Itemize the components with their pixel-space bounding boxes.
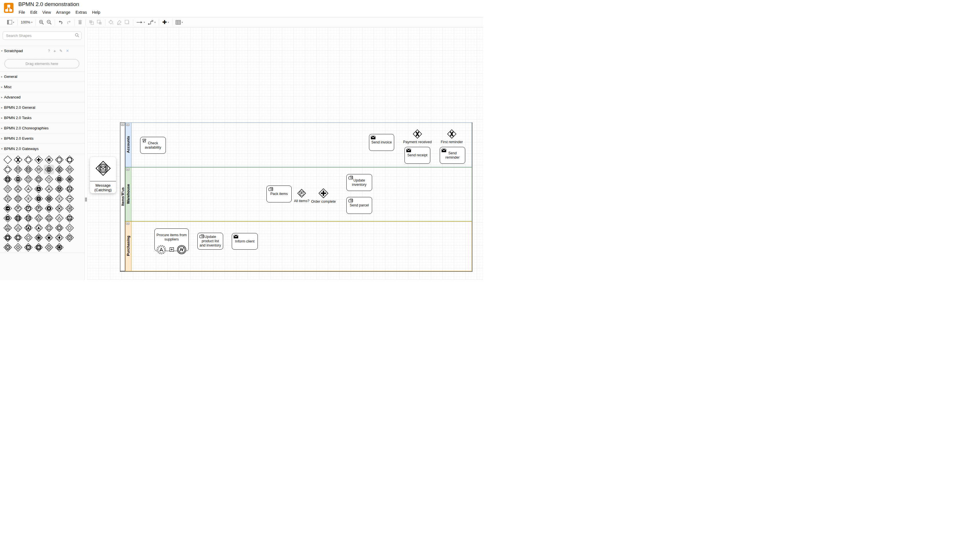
palette-shape-multiple-thick[interactable] — [13, 233, 23, 242]
menu-help[interactable]: Help — [89, 9, 103, 15]
gateway-order-complete[interactable] — [318, 188, 329, 200]
sidebar-section-general[interactable]: ▸General — [0, 72, 84, 82]
palette-shape-escalation-catching[interactable] — [13, 184, 23, 194]
palette-shape-inclusive-gateway[interactable] — [23, 155, 33, 165]
sidebar-section-bpmn-2-0-general[interactable]: ▸BPMN 2.0 General — [0, 103, 84, 113]
palette-shape-compensation-double[interactable] — [13, 213, 23, 223]
palette-shape-compensation-catching[interactable] — [64, 203, 75, 213]
palette-shape-cancel-catching[interactable] — [54, 203, 64, 213]
lane-collapse-button[interactable] — [126, 123, 130, 126]
palette-shape-gateway[interactable] — [3, 155, 13, 165]
scratchpad-close-icon[interactable]: ✕ — [66, 49, 69, 53]
scratchpad-header[interactable]: ▾ Scratchpad ? + ✎ ✕ — [0, 46, 84, 56]
palette-shape-conditional-dashed[interactable] — [54, 194, 64, 203]
palette-shape-signal-underline[interactable] — [3, 223, 13, 233]
sidebar-section-misc[interactable]: ▸Misc — [0, 82, 84, 92]
view-toggle-button[interactable]: ▾ — [7, 20, 14, 25]
palette-shape-timer-filled-ring[interactable] — [64, 174, 75, 184]
palette-shape-error-double[interactable] — [33, 203, 44, 213]
zoom-in-button[interactable] — [39, 20, 44, 25]
table-button[interactable]: ▾ — [176, 20, 183, 25]
palette-shape-error-catching[interactable] — [13, 203, 23, 213]
diagram-canvas[interactable]: AccountsWarehousePurchasingItems'R'usChe… — [87, 28, 483, 280]
sidebar-resize-grip-icon[interactable] — [85, 198, 87, 201]
task-update-inventory[interactable]: Update inventory — [347, 174, 372, 191]
palette-shape-parallel-gateway[interactable] — [33, 155, 44, 165]
menu-file[interactable]: File — [16, 9, 28, 15]
palette-shape-event-based-gateway[interactable] — [54, 155, 64, 165]
palette-shape-multiple-throwing-ring[interactable] — [33, 233, 44, 242]
palette-shape-signal-non-interrupting[interactable] — [54, 213, 64, 223]
palette-shape-conditional-filled[interactable] — [33, 194, 44, 203]
palette-shape-complex-gateway[interactable] — [44, 155, 54, 165]
line-color-button[interactable] — [117, 20, 122, 25]
palette-shape-timer-non-interrupting[interactable] — [44, 174, 54, 184]
palette-shape-message-filled[interactable] — [13, 174, 23, 184]
waypoints-button[interactable]: ▾ — [148, 20, 156, 25]
palette-shape-parallel-multiple-ring[interactable] — [3, 242, 13, 252]
error-boundary-event[interactable] — [177, 245, 187, 255]
task-send-receipt[interactable]: Send receipt — [404, 147, 430, 164]
redo-button[interactable] — [66, 20, 71, 25]
palette-shape-conditional-non-interrupting[interactable] — [23, 194, 33, 203]
palette-shape-signal-catching[interactable] — [33, 213, 44, 223]
to-front-button[interactable] — [89, 20, 94, 25]
palette-shape-signal-underline-thick[interactable] — [64, 213, 75, 223]
menu-view[interactable]: View — [40, 9, 54, 15]
menu-arrange[interactable]: Arrange — [54, 9, 73, 15]
palette-shape-compensation-throwing[interactable] — [3, 213, 13, 223]
task-send-reminder[interactable]: Send reminder — [440, 147, 465, 164]
palette-shape-timer-double[interactable] — [33, 174, 44, 184]
palette-shape-multiple-double[interactable] — [54, 223, 64, 233]
sidebar-section-bpmn-2-0-tasks[interactable]: ▸BPMN 2.0 Tasks — [0, 113, 84, 123]
sidebar-resize-sash[interactable] — [85, 28, 87, 280]
scratchpad-add-icon[interactable]: + — [53, 48, 56, 53]
palette-shape-escalation-filled-ring[interactable] — [54, 184, 64, 194]
task-inform-client[interactable]: Inform client — [232, 233, 258, 250]
palette-shape-parallel-multiple-catching[interactable] — [64, 233, 75, 242]
palette-shape-multiple-catching[interactable] — [44, 223, 54, 233]
scratchpad-drop-zone[interactable]: Drag elements here — [4, 59, 79, 69]
collapsed-subprocess-plus[interactable] — [169, 247, 174, 253]
palette-shape-conditional-double[interactable] — [13, 194, 23, 203]
gateway-all-items-[interactable] — [297, 189, 306, 199]
palette-shape-message-throwing[interactable] — [44, 165, 54, 174]
palette-shape-escalation-non-interrupting[interactable] — [23, 184, 33, 194]
task-pack-items[interactable]: Pack items — [266, 185, 292, 202]
palette-shape-message-non-interrupting[interactable] — [33, 165, 44, 174]
palette-shape-parallel-multiple-bold[interactable] — [33, 242, 44, 252]
search-icon[interactable] — [75, 33, 79, 38]
sidebar-section-bpmn-2-0-gateways[interactable]: ▾BPMN 2.0 Gateways — [0, 144, 84, 154]
sidebar-section-bpmn-2-0-events[interactable]: ▸BPMN 2.0 Events — [0, 133, 84, 144]
palette-shape-signal-throwing-thick[interactable] — [23, 223, 33, 233]
menu-extras[interactable]: Extras — [73, 9, 90, 15]
palette-shape-escalation-thick[interactable] — [64, 184, 75, 194]
undo-button[interactable] — [58, 20, 63, 25]
palette-shape-parallel-event-gateway[interactable] — [3, 165, 13, 174]
menu-edit[interactable]: Edit — [28, 9, 40, 15]
palette-shape-terminate[interactable] — [54, 242, 64, 252]
search-input[interactable] — [5, 33, 75, 38]
palette-shape-timer-dashed[interactable] — [3, 184, 13, 194]
palette-shape-timer-filled[interactable] — [54, 174, 64, 184]
palette-shape-link-catching[interactable] — [64, 194, 75, 203]
palette-shape-multiple-throwing[interactable] — [44, 233, 54, 242]
pool-collapse-button[interactable] — [121, 123, 124, 126]
palette-shape-conditional-filled-ring[interactable] — [44, 194, 54, 203]
sidebar-section-advanced[interactable]: ▸Advanced — [0, 92, 84, 103]
gateway-payment-received[interactable] — [412, 129, 422, 140]
task-send-invoice[interactable]: Send invoice — [369, 134, 394, 151]
sidebar-section-bpmn-2-0-choreographies[interactable]: ▸BPMN 2.0 Choreographies — [0, 123, 84, 133]
zoom-out-button[interactable] — [47, 20, 52, 25]
delete-button[interactable] — [78, 20, 82, 25]
palette-shape-cancel-filled[interactable] — [44, 203, 54, 213]
palette-shape-parallel-multiple-non-interrupting[interactable] — [13, 242, 23, 252]
palette-shape-message-bold[interactable] — [3, 174, 13, 184]
zoom-level-dropdown[interactable]: 100% ▾ — [21, 20, 33, 25]
palette-shape-compensation-star[interactable] — [54, 233, 64, 242]
palette-shape-escalation-throwing[interactable] — [33, 184, 44, 194]
fill-color-button[interactable] — [108, 20, 114, 25]
scratchpad-help-icon[interactable]: ? — [48, 49, 50, 53]
insert-button[interactable]: ✚ ▾ — [162, 20, 169, 25]
palette-shape-exclusive-event-gateway[interactable] — [64, 155, 75, 165]
